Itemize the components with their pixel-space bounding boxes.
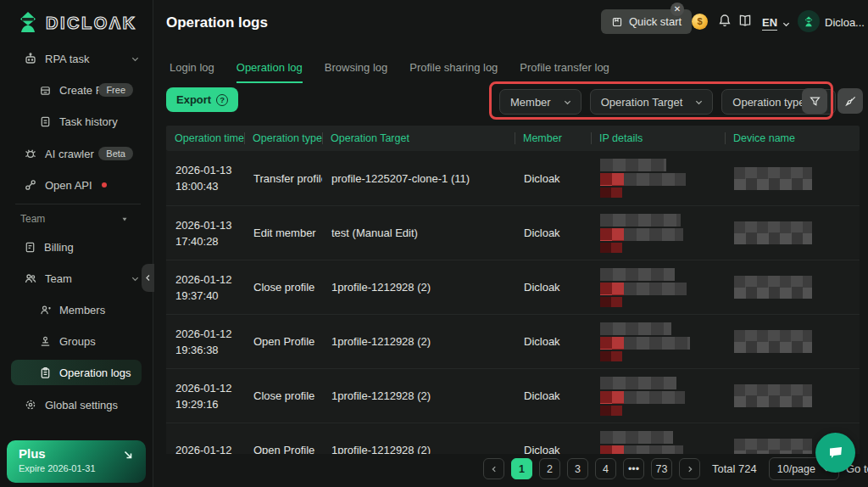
column-header-member: Member <box>515 132 591 144</box>
help-icon: ? <box>216 94 228 106</box>
chevron-right-icon <box>686 465 694 473</box>
chat-support-button[interactable] <box>815 433 855 473</box>
cell-operation-target: 1profile-1212928 (2) <box>322 335 515 348</box>
bell-icon[interactable] <box>717 13 732 31</box>
page-button-2[interactable]: 2 <box>539 458 560 479</box>
table-row[interactable]: 2026-01-1219:36:38Open Profile1profile-1… <box>166 314 860 368</box>
sidebar: DICLOΛK RPA task Create RPA Free Task hi… <box>0 0 153 487</box>
table-row[interactable]: 2026-01-1219:37:40Close profile1profile-… <box>166 260 860 314</box>
tab-browsing-log[interactable]: Browsing log <box>325 61 387 83</box>
sidebar-item-billing[interactable]: Billing <box>0 236 153 258</box>
cell-operation-time: 2026-01-1219:37:40 <box>166 271 244 304</box>
sidebar-divider <box>15 204 141 204</box>
cell-operation-time: 2026-01-1318:00:43 <box>166 162 244 194</box>
docs-book-icon[interactable] <box>737 13 753 31</box>
sidebar-item-team[interactable]: Team <box>0 267 153 289</box>
cell-ip-details-redacted <box>591 159 725 198</box>
page-ellipsis[interactable]: ••• <box>623 458 644 479</box>
sidebar-section-team[interactable]: Team <box>20 213 139 225</box>
chevron-down-icon[interactable] <box>782 19 791 31</box>
page-button-1[interactable]: 1 <box>511 458 532 479</box>
filter-funnel-button[interactable] <box>802 88 827 114</box>
filter-dropdown-operation-target[interactable]: Operation Target <box>590 89 714 115</box>
sidebar-item-groups[interactable]: Groups <box>0 330 153 352</box>
avatar[interactable] <box>798 10 820 32</box>
arrow-icon <box>122 449 134 463</box>
sidebar-item-open-api[interactable]: Open API <box>0 174 153 196</box>
open-api-icon <box>24 178 37 192</box>
cell-operation-type: Close profile <box>244 281 322 294</box>
chat-bubble-icon <box>826 444 845 462</box>
sidebar-item-operation-logs[interactable]: Operation logs <box>11 360 142 385</box>
coin-icon[interactable]: $ <box>692 14 708 30</box>
sidebar-item-task-history[interactable]: Task history <box>0 110 153 132</box>
chevron-left-icon <box>144 274 152 282</box>
table-row[interactable]: 2026-01-12Open Profile1profile-1212928 (… <box>166 423 860 454</box>
sidebar-item-create-rpa[interactable]: Create RPA Free <box>0 79 153 101</box>
cell-member: Dicloak <box>515 172 591 185</box>
tabs: Login logOperation logBrowsing logProfil… <box>170 61 609 83</box>
next-page-button[interactable] <box>679 458 700 479</box>
tab-login-log[interactable]: Login log <box>170 61 214 83</box>
tab-profile-sharing-log[interactable]: Profile sharing log <box>409 61 498 83</box>
language-selector[interactable]: EN <box>762 16 777 31</box>
sidebar-item-rpa-task[interactable]: RPA task <box>0 48 153 70</box>
plan-card[interactable]: Plus Expire 2026-01-31 <box>7 440 146 483</box>
sidebar-item-ai-crawler[interactable]: AI crawler Beta <box>0 143 153 165</box>
tab-operation-log[interactable]: Operation log <box>236 61 303 83</box>
triangle-down-icon <box>120 215 129 223</box>
close-icon[interactable]: ✕ <box>670 3 684 16</box>
free-badge: Free <box>98 83 133 97</box>
app-window: DICLOΛK RPA task Create RPA Free Task hi… <box>0 0 868 487</box>
export-button[interactable]: Export ? <box>166 87 238 112</box>
cell-member: Dicloak <box>515 281 591 294</box>
cell-ip-details-redacted <box>591 268 725 307</box>
chevron-down-icon <box>131 274 140 283</box>
operation-logs-icon <box>39 367 52 379</box>
dicloak-logo-icon <box>17 11 39 36</box>
page-buttons: 1234•••73 <box>511 458 672 479</box>
cell-operation-target: profile-1225207-clone-1 (11) <box>322 172 515 185</box>
create-rpa-icon <box>39 84 52 97</box>
cell-operation-type: Close profile <box>244 389 322 402</box>
prev-page-button[interactable] <box>483 458 504 479</box>
cell-member: Dicloak <box>515 227 591 239</box>
cell-operation-target: 1profile-1212928 (2) <box>322 444 515 454</box>
page-button-73[interactable]: 73 <box>651 458 672 479</box>
cell-operation-time: 2026-01-1219:36:38 <box>166 326 244 358</box>
page-button-3[interactable]: 3 <box>567 458 588 479</box>
guide-book-icon <box>611 16 623 28</box>
cell-operation-time: 2026-01-12 <box>166 442 244 454</box>
plan-expiry: Expire 2026-01-31 <box>19 463 134 473</box>
sidebar-collapse-handle[interactable] <box>142 264 154 292</box>
clear-filters-button[interactable] <box>837 88 863 114</box>
chevron-down-icon <box>694 98 704 107</box>
groups-icon <box>39 335 52 348</box>
cell-ip-details-redacted <box>591 377 725 416</box>
table-row[interactable]: 2026-01-1318:00:43Transfer profileprofil… <box>166 151 860 205</box>
pagination: 1234•••73 Total 724 10/page Go to <box>483 457 868 480</box>
task-history-icon <box>39 115 52 128</box>
members-icon <box>39 304 52 316</box>
brand-logo[interactable]: DICLOΛK <box>17 11 137 36</box>
cell-operation-time: 2026-01-1219:29:16 <box>166 380 244 412</box>
cell-operation-target: 1profile-1212928 (2) <box>322 389 515 402</box>
table-row[interactable]: 2026-01-1317:40:28Edit membertest (Manua… <box>166 205 860 260</box>
sidebar-item-members[interactable]: Members <box>0 299 153 321</box>
cell-operation-target: 1profile-1212928 (2) <box>322 281 515 294</box>
filter-dropdown-member[interactable]: Member <box>499 89 581 115</box>
sidebar-item-global-settings[interactable]: Global settings <box>0 394 153 416</box>
operation-log-table: Operation timeOperation typeOperation Ta… <box>166 126 860 454</box>
filter-group: MemberOperation TargetOperation type <box>499 89 836 115</box>
robot-icon <box>24 52 37 65</box>
table-body: 2026-01-1318:00:43Transfer profileprofil… <box>166 151 860 454</box>
cell-device-name-redacted <box>725 384 860 407</box>
column-header-device-name: Device name <box>725 132 860 144</box>
broom-icon <box>844 95 857 108</box>
cell-device-name-redacted <box>725 221 860 244</box>
table-row[interactable]: 2026-01-1219:29:16Close profile1profile-… <box>166 368 860 423</box>
page-button-4[interactable]: 4 <box>595 458 616 479</box>
tab-profile-transfer-log[interactable]: Profile transfer log <box>520 61 609 83</box>
ai-crawler-icon <box>24 147 37 160</box>
cell-ip-details-redacted <box>591 431 725 455</box>
